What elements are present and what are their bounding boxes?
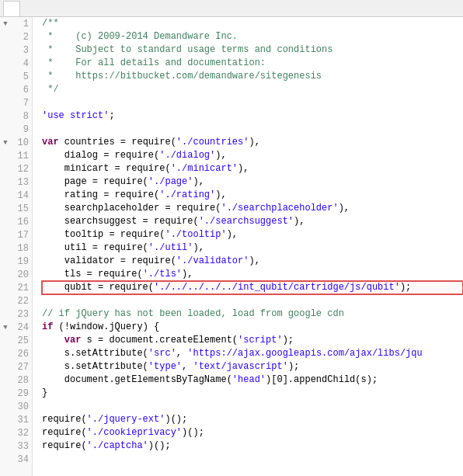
line-number: 34 [11, 453, 29, 466]
token-string: 'use strict' [42, 109, 109, 123]
line-number: 18 [11, 241, 29, 255]
code-line: tooltip = require('./tooltip'), [42, 228, 463, 241]
fold-marker [0, 334, 11, 347]
fold-marker [0, 347, 11, 360]
line-number: 29 [11, 387, 29, 400]
tab-bar [0, 0, 463, 17]
token-string: './util' [148, 241, 193, 255]
token-plain: require( [42, 413, 87, 426]
fold-marker[interactable]: ▼ [0, 321, 11, 334]
fold-column: ▼▼▼ [0, 17, 11, 476]
line-number: 8 [11, 109, 29, 123]
token-plain: ); [176, 413, 187, 426]
fold-marker [0, 57, 11, 70]
token-plain: ); [400, 281, 411, 294]
code-line: var s = document.createElement('script')… [42, 334, 463, 347]
token-plain: require( [42, 426, 87, 440]
token-string: './searchsuggest' [199, 215, 294, 228]
line-number: 19 [11, 255, 29, 268]
line-number: 32 [11, 426, 29, 440]
token-string: 'https://ajax.googleapis.com/ajax/libs/j… [187, 347, 422, 360]
token-plain: ); [283, 334, 294, 347]
token-plain: , [182, 360, 193, 374]
token-keyword: var [64, 334, 82, 347]
fold-marker[interactable]: ▼ [0, 136, 11, 149]
line-number: 17 [11, 228, 29, 241]
token-plain: s.setAttribute( [42, 347, 148, 360]
code-line: s.setAttribute('src', 'https://ajax.goog… [42, 347, 463, 360]
fold-marker [0, 255, 11, 268]
token-string: 'script' [238, 334, 283, 347]
token-comment: // if jQuery has not been loaded, load f… [42, 307, 344, 321]
token-plain: ), [249, 136, 259, 149]
token-string: './page' [148, 175, 193, 189]
code-line: require('./jquery-ext')(); [42, 413, 463, 426]
token-string: './captcha' [87, 440, 148, 453]
token-comment: * https://bitbucket.com/demandware/siteg… [42, 70, 322, 83]
token-plain: ), [294, 215, 305, 228]
line-number: 22 [11, 294, 29, 307]
fold-marker [0, 215, 11, 228]
fold-marker [0, 413, 11, 426]
fold-marker [0, 70, 11, 83]
editor-tab[interactable] [3, 1, 20, 16]
token-plain: searchplaceholder = require( [42, 202, 221, 215]
code-line [42, 400, 463, 413]
token-plain: rating = require( [42, 189, 159, 202]
code-line: page = require('./page'), [42, 175, 463, 189]
code-line: dialog = require('./dialog'), [42, 149, 463, 162]
code-line: * For all details and documentation: [42, 57, 463, 70]
code-content[interactable]: /** * (c) 2009-2014 Demandware Inc. * Su… [37, 17, 463, 476]
line-number: 11 [11, 149, 29, 162]
token-plain: ); [159, 440, 170, 453]
line-number: 33 [11, 440, 29, 453]
token-comment: * (c) 2009-2014 Demandware Inc. [42, 30, 238, 43]
line-number: 14 [11, 189, 29, 202]
fold-marker [0, 30, 11, 43]
token-plain: )( [165, 413, 176, 426]
code-line: searchsuggest = require('./searchsuggest… [42, 215, 463, 228]
fold-marker [0, 149, 11, 162]
fold-marker [0, 307, 11, 321]
token-plain: page = require( [42, 175, 148, 189]
line-number: 10 [11, 136, 29, 149]
code-line: * Subject to standard usage terms and co… [42, 43, 463, 57]
token-string: './searchplaceholder' [221, 202, 338, 215]
code-line: validator = require('./validator'), [42, 255, 463, 268]
code-line: qubit = require('./../../../../int_qubit… [42, 281, 463, 294]
line-number: 15 [11, 202, 29, 215]
code-line: /** [42, 17, 463, 30]
token-plain: tooltip = require( [42, 228, 165, 241]
gutter: ▼▼▼ 123456789101112131415161718192021222… [0, 17, 37, 476]
token-plain: tls = require( [42, 268, 143, 281]
code-line [42, 453, 463, 466]
token-plain: )( [182, 426, 193, 440]
code-line: if (!window.jQuery) { [42, 321, 463, 334]
token-plain: validator = require( [42, 255, 176, 268]
code-line: searchplaceholder = require('./searchpla… [42, 202, 463, 215]
fold-marker [0, 440, 11, 453]
token-string: './minicart' [171, 162, 238, 175]
token-plain: qubit = require( [42, 281, 154, 294]
token-string: './jquery-ext' [87, 413, 165, 426]
code-line: document.getElementsByTagName('head')[0]… [42, 374, 463, 387]
token-plain: countries = require( [59, 136, 176, 149]
token-plain: s = document.createElement( [81, 334, 238, 347]
line-number: 4 [11, 57, 29, 70]
token-string: './dialog' [159, 149, 215, 162]
token-string: 'type' [148, 360, 182, 374]
token-plain: )( [148, 440, 159, 453]
line-number: 9 [11, 123, 29, 136]
line-number: 2 [11, 30, 29, 43]
fold-marker [0, 228, 11, 241]
fold-marker [0, 400, 11, 413]
token-plain: searchsuggest = require( [42, 215, 199, 228]
token-plain: minicart = require( [42, 162, 171, 175]
code-line: tls = require('./tls'), [42, 268, 463, 281]
code-line: util = require('./util'), [42, 241, 463, 255]
fold-marker[interactable]: ▼ [0, 17, 11, 30]
token-plain: ), [193, 241, 204, 255]
line-number: 28 [11, 374, 29, 387]
token-string: './rating' [159, 189, 215, 202]
line-number: 25 [11, 334, 29, 347]
